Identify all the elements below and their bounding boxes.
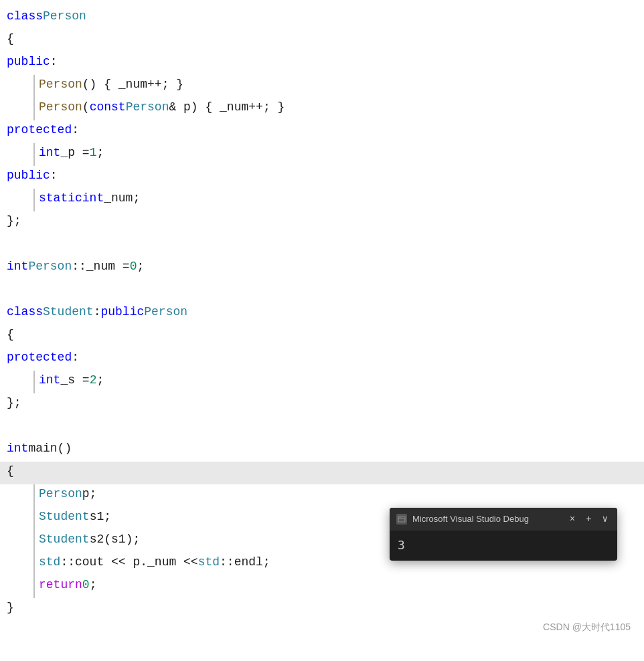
code-token: 0 (130, 257, 137, 276)
code-line: class Person (0, 7, 644, 29)
code-token: ( (82, 98, 90, 117)
terminal-icon (396, 514, 407, 525)
code-token: & p) { _num++; } (169, 98, 285, 117)
code-token: } (7, 598, 14, 618)
code-token: std (39, 553, 60, 572)
code-token: static (39, 189, 82, 208)
code-line: { (0, 29, 644, 52)
code-token: : (72, 348, 79, 367)
code-line (0, 416, 644, 439)
code-token: Student (39, 507, 90, 527)
code-token: _num; (104, 189, 140, 208)
code-token: : (72, 120, 79, 140)
code-token: Person (126, 98, 169, 117)
terminal-body: 3 (390, 531, 617, 561)
code-token: int (7, 439, 28, 458)
indent-guide (33, 530, 35, 553)
code-token: 0 (82, 575, 90, 595)
code-token: int (39, 371, 60, 390)
watermark: CSDN @大时代1105 (543, 620, 631, 634)
terminal-plus-btn[interactable]: + (583, 512, 594, 527)
code-token: p; (82, 484, 97, 504)
code-token: _p = (60, 143, 89, 163)
code-token: _s = (60, 371, 89, 390)
code-token: ; (96, 143, 104, 163)
code-line: public: (0, 52, 644, 75)
code-token: s2(s1); (90, 530, 141, 549)
code-token: Person (39, 98, 82, 117)
indent-guide (33, 575, 35, 598)
code-token: ; (90, 575, 97, 595)
terminal-output: 3 (398, 536, 609, 555)
code-line: Person p; (0, 484, 644, 507)
code-token: public (100, 302, 144, 322)
code-token: class (7, 7, 43, 26)
code-token: int (82, 189, 104, 208)
code-token: : (50, 166, 58, 185)
indent-guide (33, 484, 35, 507)
code-token: int (7, 257, 28, 276)
code-token: Student (43, 302, 94, 322)
code-token: return (39, 575, 82, 595)
indent-guide (33, 371, 35, 393)
code-line: int _s = 2; (0, 371, 644, 393)
code-token: }; (7, 211, 21, 231)
code-token: Person (43, 7, 86, 26)
indent-guide (33, 507, 35, 530)
code-line: Person() { _num++; } (0, 75, 644, 98)
svg-point-3 (400, 517, 401, 518)
code-line (0, 280, 644, 302)
code-line: static int _num; (0, 189, 644, 211)
code-token: main() (28, 439, 72, 458)
code-line: return 0; (0, 575, 644, 598)
code-token: Person (28, 257, 72, 276)
code-token: 1 (90, 143, 97, 163)
code-token: : (50, 52, 58, 72)
code-token: { (7, 462, 14, 481)
code-line: class Student : public Person (0, 302, 644, 325)
code-token: }; (7, 393, 21, 413)
terminal-chevron-btn[interactable]: ∨ (600, 512, 611, 527)
code-token: Student (39, 530, 90, 549)
code-token: protected (7, 348, 72, 367)
code-token: () { _num++; } (82, 75, 183, 94)
code-line: int Person::_num = 0; (0, 257, 644, 280)
code-line: } (0, 598, 644, 621)
indent-guide (33, 98, 35, 120)
code-line: int main() (0, 439, 644, 462)
code-line (0, 234, 644, 257)
code-line: protected: (0, 348, 644, 371)
code-token: protected (7, 120, 72, 140)
code-line: { (0, 462, 644, 484)
code-token: int (39, 143, 60, 163)
code-token: Person (144, 302, 187, 322)
code-line: int _p = 1; (0, 143, 644, 166)
code-token: 2 (90, 371, 97, 390)
indent-guide (33, 189, 35, 211)
code-token: ; (137, 257, 144, 276)
indent-guide (33, 75, 35, 98)
code-token: { (7, 29, 14, 49)
svg-point-2 (399, 517, 400, 518)
code-container: class Person{public:Person() { _num++; }… (0, 0, 644, 641)
code-token: class (7, 302, 43, 322)
code-token: const (90, 98, 126, 117)
code-token: Person (39, 484, 82, 504)
code-token: public (7, 166, 50, 185)
code-line: public: (0, 166, 644, 189)
code-token: ::endl; (220, 553, 270, 572)
code-token: ; (96, 371, 104, 390)
code-token: { (7, 325, 14, 345)
terminal-close-btn[interactable]: × (567, 512, 578, 527)
code-token: : (94, 302, 101, 322)
code-token: public (7, 52, 50, 72)
code-token: Person (39, 75, 82, 94)
indent-guide (33, 143, 35, 166)
code-line: }; (0, 211, 644, 234)
code-line: { (0, 325, 644, 348)
terminal-titlebar: Microsoft Visual Studio Debug × + ∨ (390, 508, 617, 531)
terminal-popup[interactable]: Microsoft Visual Studio Debug × + ∨ 3 (390, 508, 617, 561)
code-token: std (198, 553, 220, 572)
code-line: protected: (0, 120, 644, 143)
code-token: ::_num = (72, 257, 129, 276)
